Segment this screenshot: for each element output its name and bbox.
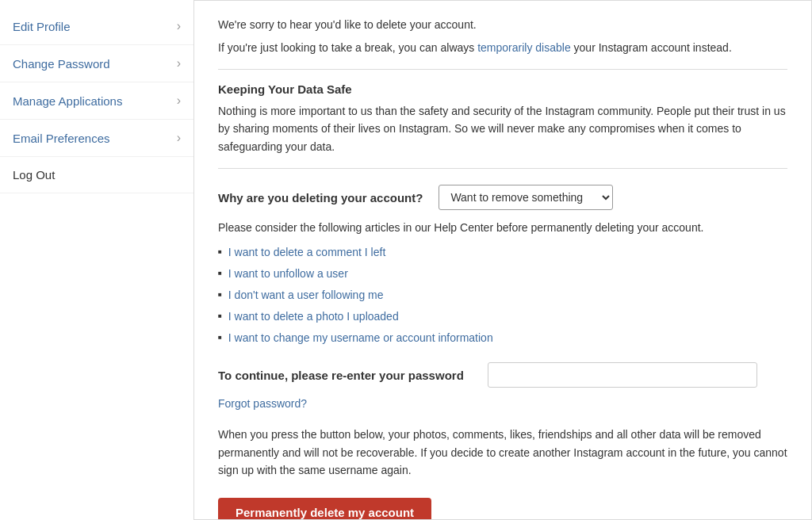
intro-text-2: If you're just looking to take a break, … xyxy=(218,40,787,56)
help-link-item-1: I want to unfollow a user xyxy=(218,266,787,282)
chevron-right-icon: › xyxy=(177,56,181,71)
help-link-2[interactable]: I don't want a user following me xyxy=(228,287,384,304)
help-text: Please consider the following articles i… xyxy=(218,220,787,236)
sidebar-item-log-out[interactable]: Log Out xyxy=(0,157,193,193)
password-input[interactable] xyxy=(488,362,757,388)
sidebar-item-label: Log Out xyxy=(13,168,55,182)
help-link-1[interactable]: I want to unfollow a user xyxy=(228,266,348,282)
sidebar-item-change-password[interactable]: Change Password › xyxy=(0,45,193,82)
divider-2 xyxy=(218,168,787,169)
help-link-4[interactable]: I want to change my username or account … xyxy=(228,330,493,346)
keeping-data-safe-body: Nothing is more important to us than the… xyxy=(218,102,787,155)
main-content: We're sorry to hear you'd like to delete… xyxy=(194,0,812,520)
sidebar-item-manage-applications[interactable]: Manage Applications › xyxy=(0,82,193,120)
chevron-right-icon: › xyxy=(177,131,181,145)
help-link-0[interactable]: I want to delete a comment I left xyxy=(228,244,385,261)
help-link-item-0: I want to delete a comment I left xyxy=(218,244,787,261)
sidebar-item-label: Email Preferences xyxy=(13,132,110,145)
intro-text-1: We're sorry to hear you'd like to delete… xyxy=(218,17,787,33)
sidebar-item-label: Edit Profile xyxy=(13,20,71,33)
password-label: To continue, please re-enter your passwo… xyxy=(218,369,472,382)
delete-account-button[interactable]: Permanently delete my account xyxy=(218,498,431,520)
bottom-warning: When you press the button below, your ph… xyxy=(218,426,787,479)
sidebar-item-email-preferences[interactable]: Email Preferences › xyxy=(0,120,193,157)
password-row: To continue, please re-enter your passwo… xyxy=(218,362,787,388)
intro2-prefix: If you're just looking to take a break, … xyxy=(218,41,477,54)
intro2-suffix: your Instagram account instead. xyxy=(571,41,732,54)
help-link-3[interactable]: I want to delete a photo I uploaded xyxy=(228,308,399,325)
keeping-data-safe-title: Keeping Your Data Safe xyxy=(218,82,787,96)
reason-select[interactable]: Want to remove something Privacy concern… xyxy=(439,185,613,210)
sidebar-item-edit-profile[interactable]: Edit Profile › xyxy=(0,8,193,45)
forgot-password-link[interactable]: Forgot password? xyxy=(218,397,307,410)
delete-reason-label: Why are you deleting your account? xyxy=(218,191,423,205)
forgot-password-container: Forgot password? xyxy=(218,397,787,410)
chevron-right-icon: › xyxy=(177,94,181,108)
temporarily-disable-link[interactable]: temporarily disable xyxy=(477,41,571,54)
chevron-right-icon: › xyxy=(177,19,181,33)
help-links-list: I want to delete a comment I left I want… xyxy=(218,244,787,346)
sidebar: Edit Profile › Change Password › Manage … xyxy=(0,0,194,520)
sidebar-item-label: Manage Applications xyxy=(13,94,122,108)
help-link-item-4: I want to change my username or account … xyxy=(218,330,787,346)
help-link-item-3: I want to delete a photo I uploaded xyxy=(218,308,787,325)
sidebar-item-label: Change Password xyxy=(13,57,110,71)
help-link-item-2: I don't want a user following me xyxy=(218,287,787,304)
delete-reason-row: Why are you deleting your account? Want … xyxy=(218,185,787,210)
divider xyxy=(218,69,787,70)
